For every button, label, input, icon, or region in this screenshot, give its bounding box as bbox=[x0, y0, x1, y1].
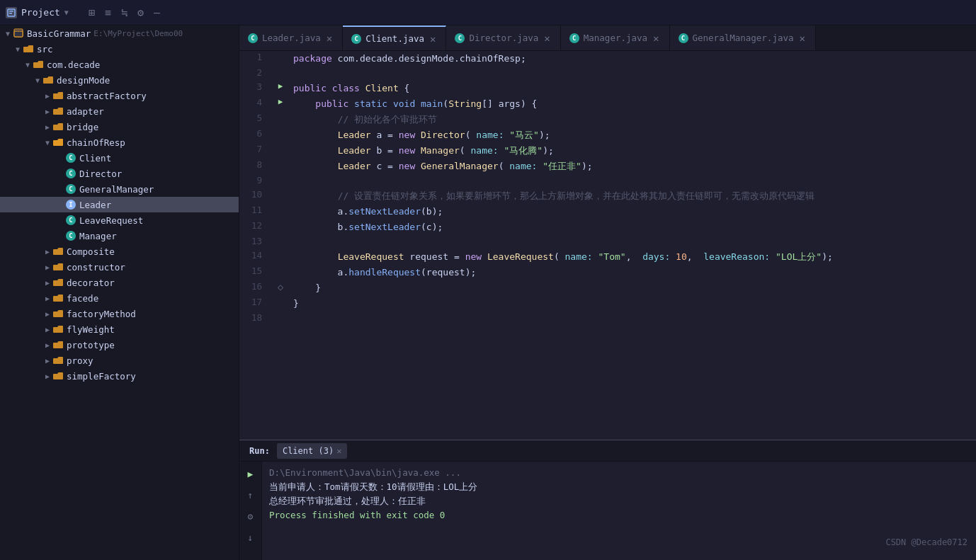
tree-arrow: ▶ bbox=[42, 248, 52, 256]
line-number: 15 bbox=[239, 265, 271, 280]
sidebar-item-generalmanager[interactable]: C GeneralManager bbox=[0, 181, 239, 197]
project-label[interactable]: Project bbox=[21, 7, 60, 18]
tree-arrow: ▶ bbox=[42, 372, 52, 380]
client-run-tab-close[interactable]: ✕ bbox=[336, 446, 341, 456]
line-code: // 初始化各个审批环节 bbox=[290, 112, 976, 127]
sidebar-item-com-decade[interactable]: ▼ com.decade bbox=[0, 57, 239, 72]
manager-tab-close[interactable]: ✕ bbox=[652, 32, 660, 45]
sidebar-item-facede[interactable]: ▶ facede bbox=[0, 290, 239, 306]
bottom-content: ▶ ↑ ⚙ ↓ D:\Environment\Java\bin\java.exe… bbox=[239, 462, 976, 560]
sidebar-item-director[interactable]: C Director bbox=[0, 166, 239, 181]
leader-tab-icon: C bbox=[248, 33, 258, 43]
client-label: Client bbox=[79, 153, 111, 164]
table-row: 6 Leader a = new Director( name: "马云"); bbox=[239, 127, 976, 143]
manager-tab-label: Manager.java bbox=[584, 33, 647, 43]
sidebar-item-leaverequest[interactable]: C LeaveRequest bbox=[0, 212, 239, 228]
line-number: 3 bbox=[239, 81, 271, 96]
sidebar-item-client[interactable]: C Client bbox=[0, 150, 239, 166]
line-number: 2 bbox=[239, 67, 271, 81]
tree-arrow: ▶ bbox=[42, 310, 52, 318]
minimize-icon[interactable]: — bbox=[154, 6, 160, 19]
director-label: Director bbox=[79, 168, 122, 179]
leaverequest-class-icon: C bbox=[65, 215, 76, 226]
line-code: Leader a = new Director( name: "马云"); bbox=[290, 127, 976, 143]
adapter-label: adapter bbox=[67, 106, 104, 117]
sidebar-item-adapter[interactable]: ▶ adapter bbox=[0, 103, 239, 119]
line-number: 14 bbox=[239, 249, 271, 265]
director-tab-icon: C bbox=[455, 33, 465, 43]
prototype-folder-icon bbox=[52, 339, 64, 350]
line-number: 16 bbox=[239, 280, 271, 296]
tree-arrow: ▶ bbox=[42, 123, 52, 131]
line-number: 11 bbox=[239, 204, 271, 219]
tab-director[interactable]: C Director.java ✕ bbox=[446, 25, 560, 50]
settings-run-icon[interactable]: ⚙ bbox=[243, 508, 259, 524]
split-icon[interactable]: ≒ bbox=[121, 6, 127, 19]
tree-arrow: ▶ bbox=[42, 108, 52, 115]
table-row: 18 bbox=[239, 312, 976, 326]
client-tab-close[interactable]: ✕ bbox=[429, 33, 437, 45]
sidebar-item-chainofresp[interactable]: ▼ chainOfResp bbox=[0, 135, 239, 150]
simplefactory-folder-icon bbox=[52, 370, 64, 382]
run-icon[interactable]: ▶ bbox=[243, 466, 259, 481]
sidebar-item-abstractfactory[interactable]: ▶ abstractFactory bbox=[0, 88, 239, 103]
sidebar-item-flyweight[interactable]: ▶ flyWeight bbox=[0, 321, 239, 337]
code-table: 1package com.decade.designMode.chainOfRe… bbox=[239, 51, 976, 326]
generalmanager-tab-close[interactable]: ✕ bbox=[798, 32, 807, 45]
simplefactory-label: simpleFactory bbox=[67, 371, 136, 382]
line-number: 1 bbox=[239, 51, 271, 67]
client-class-icon: C bbox=[65, 152, 76, 164]
line-gutter bbox=[271, 188, 290, 204]
tree-arrow: ▶ bbox=[42, 357, 52, 365]
tree-arrow: ▶ bbox=[42, 295, 52, 302]
tab-generalmanager[interactable]: C GeneralManager.java ✕ bbox=[670, 25, 816, 50]
tab-leader[interactable]: C Leader.java ✕ bbox=[239, 25, 343, 50]
leader-tab-close[interactable]: ✕ bbox=[325, 32, 334, 45]
line-number: 18 bbox=[239, 312, 271, 326]
sidebar-item-proxy[interactable]: ▶ proxy bbox=[0, 353, 239, 368]
layout-icon[interactable]: ⊞ bbox=[89, 6, 95, 19]
title-bar: Project ▼ ⊞ ≡ ≒ ⚙ — bbox=[0, 0, 976, 25]
sidebar-item-leader[interactable]: I Leader bbox=[0, 197, 239, 212]
director-class-icon: C bbox=[65, 168, 76, 179]
tab-manager[interactable]: C Manager.java ✕ bbox=[561, 25, 670, 50]
sidebar-item-composite[interactable]: ▶ Composite bbox=[0, 244, 239, 259]
decorator-label: decorator bbox=[67, 278, 115, 288]
list-icon[interactable]: ≡ bbox=[105, 6, 111, 19]
director-tab-close[interactable]: ✕ bbox=[543, 32, 551, 45]
sidebar-item-bridge[interactable]: ▶ bridge bbox=[0, 119, 239, 135]
line-gutter: ◇ bbox=[271, 280, 290, 296]
settings-icon[interactable]: ⚙ bbox=[137, 6, 144, 19]
sidebar-item-src[interactable]: ▼ src bbox=[0, 41, 239, 57]
sidebar-item-constructor[interactable]: ▶ constructor bbox=[0, 259, 239, 275]
sidebar-item-factorymethod[interactable]: ▶ factoryMethod bbox=[0, 306, 239, 321]
scroll-down-icon[interactable]: ↓ bbox=[243, 530, 259, 545]
line-gutter bbox=[271, 312, 290, 326]
tab-client[interactable]: C Client.java ✕ bbox=[343, 25, 446, 50]
line-number: 8 bbox=[239, 159, 271, 174]
sidebar-item-simplefactory[interactable]: ▶ simpleFactory bbox=[0, 368, 239, 384]
chainofresp-label: chainOfResp bbox=[67, 137, 125, 148]
sidebar-item-decorator[interactable]: ▶ decorator bbox=[0, 275, 239, 290]
table-row: 17} bbox=[239, 296, 976, 312]
adapter-folder-icon bbox=[52, 105, 64, 117]
table-row: 4▶ public static void main(String[] args… bbox=[239, 96, 976, 112]
line-code: b.setNextLeader(c); bbox=[290, 219, 976, 235]
sidebar-item-designmode[interactable]: ▼ designMode bbox=[0, 72, 239, 88]
line-gutter bbox=[271, 127, 290, 143]
list-item: Process finished with exit code 0 bbox=[269, 508, 969, 522]
table-row: 11 a.setNextLeader(b); bbox=[239, 204, 976, 219]
sidebar-item-manager[interactable]: C Manager bbox=[0, 228, 239, 244]
line-number: 6 bbox=[239, 127, 271, 143]
sidebar-item-basicgrammar[interactable]: ▼ BasicGrammar E:\MyProject\Demo00 bbox=[0, 25, 239, 41]
tab-client-run[interactable]: Client (3) ✕ bbox=[277, 443, 347, 459]
tree-arrow: ▶ bbox=[42, 279, 52, 287]
chainofresp-folder-icon bbox=[52, 137, 64, 148]
line-code: } bbox=[290, 296, 976, 312]
bridge-folder-icon bbox=[52, 121, 64, 132]
scroll-up-icon[interactable]: ↑ bbox=[243, 487, 259, 503]
line-code: package com.decade.designMode.chainOfRes… bbox=[290, 51, 976, 67]
line-code bbox=[290, 235, 976, 249]
code-editor[interactable]: 1package com.decade.designMode.chainOfRe… bbox=[239, 51, 976, 440]
sidebar-item-prototype[interactable]: ▶ prototype bbox=[0, 337, 239, 353]
